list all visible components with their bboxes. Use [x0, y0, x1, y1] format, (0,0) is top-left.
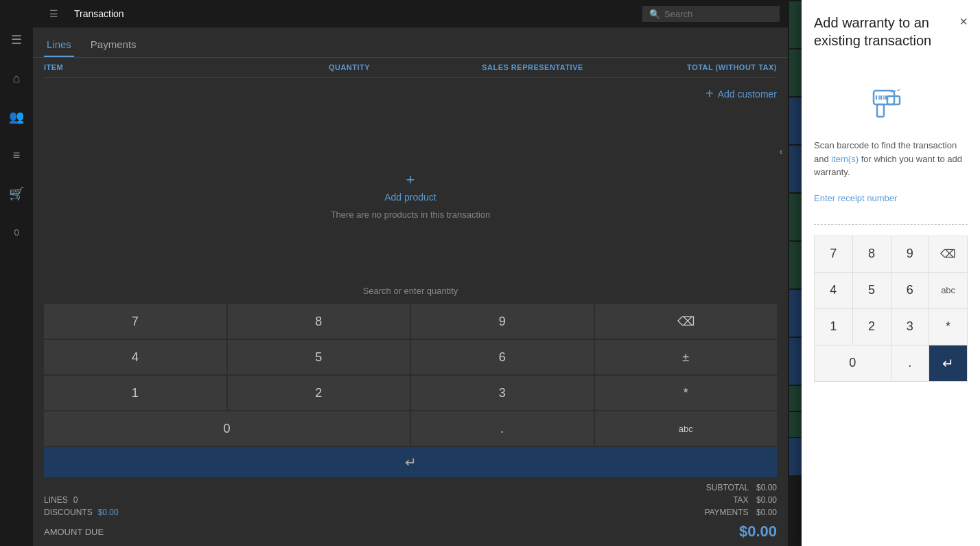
sidebar-zero-icon: 0	[4, 220, 29, 244]
warranty-header: Add warranty to an existing transaction …	[814, 14, 968, 49]
numpad-5[interactable]: 5	[228, 340, 410, 374]
w-key-8[interactable]: 8	[853, 236, 891, 272]
warranty-close-button[interactable]: ×	[959, 14, 968, 30]
numpad-backspace[interactable]: ⌫	[595, 304, 778, 339]
topbar-menu-icon[interactable]: ☰	[41, 1, 66, 26]
numpad-9[interactable]: 9	[411, 304, 594, 339]
numpad-6[interactable]: 6	[411, 340, 594, 374]
numpad-0[interactable]: 0	[44, 411, 410, 446]
warranty-desc-link[interactable]: item(s)	[831, 154, 859, 164]
warranty-description: Scan barcode to find the transaction and…	[814, 139, 968, 179]
w-key-star[interactable]: *	[929, 309, 967, 345]
numpad-3[interactable]: 3	[411, 376, 594, 410]
panel-toggle-button[interactable]: ‹	[774, 137, 788, 165]
col-item-header: ITEM	[44, 63, 288, 71]
col-total-header: TOTAL (WITHOUT TAX)	[655, 63, 777, 71]
warranty-title: Add warranty to an existing transaction	[814, 14, 951, 49]
tab-lines[interactable]: Lines	[44, 33, 74, 57]
search-input[interactable]	[664, 9, 774, 19]
w-key-0[interactable]: 0	[815, 345, 891, 381]
w-key-3[interactable]: 3	[891, 309, 929, 345]
search-icon: 🔍	[649, 9, 660, 19]
numpad-abc[interactable]: abc	[595, 411, 778, 446]
numpad-8[interactable]: 8	[228, 304, 410, 339]
warranty-keypad: 7 8 9 ⌫ 4 5 6 abc 1 2 3 * 0 . ↵	[814, 236, 968, 382]
lines-value: 0	[73, 495, 78, 505]
add-customer-plus-icon: +	[705, 86, 714, 102]
sidebar-list-icon[interactable]: ≡	[4, 143, 29, 168]
sidebar: ☰ ⌂ 👥 ≡ 🛒 0	[0, 0, 33, 546]
w-key-dot[interactable]: .	[891, 345, 929, 381]
numpad-4[interactable]: 4	[44, 340, 226, 374]
lines-label: LINES	[44, 495, 68, 505]
w-key-backspace[interactable]: ⌫	[929, 236, 967, 272]
sidebar-cart-icon[interactable]: 🛒	[4, 181, 29, 206]
main-content: ☰ Transaction 🔍 Lines Payments ITEM QUAN…	[33, 0, 788, 546]
w-key-9[interactable]: 9	[891, 236, 929, 272]
w-key-4[interactable]: 4	[815, 273, 852, 308]
topbar: ☰ Transaction 🔍	[33, 0, 788, 27]
tax-label: TAX	[733, 495, 748, 505]
svg-rect-1	[877, 104, 884, 117]
empty-message: There are no products in this transactio…	[331, 209, 491, 220]
numpad-2[interactable]: 2	[228, 376, 410, 410]
w-key-6[interactable]: 6	[891, 273, 929, 308]
tab-payments[interactable]: Payments	[88, 33, 139, 57]
warranty-panel: Add warranty to an existing transaction …	[802, 0, 980, 546]
transaction-area: Lines Payments ITEM QUANTITY SALES REPRE…	[33, 27, 788, 546]
add-product-button[interactable]: + Add product	[384, 171, 436, 203]
amount-due-value: $0.00	[739, 523, 777, 541]
search-qty-label: Search or enter quantity	[44, 280, 777, 302]
add-product-label: Add product	[384, 192, 436, 203]
amount-due-row: AMOUNT DUE $0.00	[44, 520, 777, 546]
search-bar[interactable]: 🔍	[642, 6, 780, 22]
w-key-5[interactable]: 5	[853, 273, 891, 308]
col-qty-header: QUANTITY	[288, 63, 410, 71]
w-key-enter[interactable]: ↵	[929, 345, 967, 381]
discounts-value: $0.00	[98, 508, 119, 517]
subtotal-value: $0.00	[756, 483, 777, 492]
tabs-bar: Lines Payments	[33, 27, 788, 58]
sidebar-users-icon[interactable]: 👥	[4, 104, 29, 129]
numpad-1[interactable]: 1	[44, 376, 226, 410]
w-key-2[interactable]: 2	[853, 309, 891, 345]
discounts-label: DISCOUNTS	[44, 508, 93, 517]
sidebar-home-icon[interactable]: ⌂	[4, 66, 29, 91]
w-key-1[interactable]: 1	[815, 309, 852, 345]
numpad-enter[interactable]: ↵	[44, 447, 777, 477]
add-customer-area[interactable]: + Add customer	[44, 78, 777, 110]
barcode-gun-icon	[867, 77, 915, 125]
numpad-dot[interactable]: .	[411, 411, 594, 446]
tax-value: $0.00	[756, 495, 777, 505]
transaction-content: ITEM QUANTITY SALES REPRESENTATIVE TOTAL…	[33, 58, 788, 546]
w-key-7[interactable]: 7	[815, 236, 852, 272]
w-key-abc[interactable]: abc	[929, 273, 967, 308]
payments-label: PAYMENTS	[704, 508, 748, 517]
column-headers: ITEM QUANTITY SALES REPRESENTATIVE TOTAL…	[44, 58, 777, 78]
add-customer-label: Add customer	[718, 89, 777, 100]
subtotal-label: SUBTOTAL	[706, 483, 749, 492]
numpad: 7 8 9 ⌫ 4 5 6 ± 1 2 3 * 0 . abc ↵	[44, 302, 777, 480]
receipt-label: Enter receipt number	[814, 193, 968, 203]
receipt-number-input[interactable]	[814, 207, 968, 225]
col-rep-header: SALES REPRESENTATIVE	[410, 63, 655, 71]
add-product-plus-icon: +	[406, 171, 415, 189]
empty-state: + Add product There are no products in t…	[44, 110, 777, 280]
page-title: Transaction	[74, 8, 124, 19]
numpad-plusminus[interactable]: ±	[595, 340, 778, 374]
sidebar-menu-icon[interactable]: ☰	[4, 27, 29, 52]
numpad-multiply[interactable]: *	[595, 376, 778, 410]
payments-value: $0.00	[756, 508, 777, 517]
numpad-7[interactable]: 7	[44, 304, 226, 339]
amount-due-label: AMOUNT DUE	[44, 527, 104, 537]
warranty-icon-area	[814, 77, 968, 125]
